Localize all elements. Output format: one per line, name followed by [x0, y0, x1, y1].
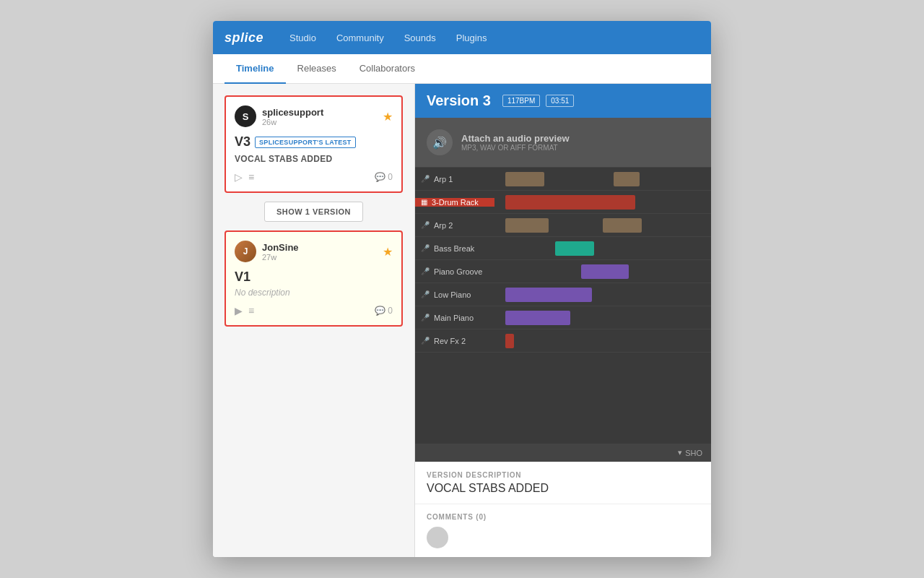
- mic-icon: 🎤: [421, 290, 430, 298]
- star-icon-1: ★: [383, 110, 393, 124]
- left-panel: S splicesupport 26w ★ V3SPLICESUPPORT'S …: [213, 84, 415, 557]
- track-name: 🎤 Low Piano: [415, 290, 494, 299]
- version-desc-2: No description: [235, 288, 393, 298]
- track-block: [505, 288, 592, 302]
- audio-preview: 🔊 Attach an audio preview MP3, WAV OR AI…: [415, 118, 711, 168]
- tab-bar: Timeline Releases Collaborators: [213, 54, 711, 84]
- version-header: Version 3 117BPM 03:51: [415, 84, 711, 118]
- avatar-splicesupport: S: [235, 105, 256, 127]
- bpm-badge: 117BPM: [502, 95, 540, 107]
- comment-count-1: 💬 0: [375, 172, 393, 182]
- username-1: splicesupport: [262, 107, 323, 118]
- version-description-value: VOCAL STABS ADDED: [427, 482, 699, 495]
- duration-badge: 03:51: [546, 95, 574, 107]
- latest-badge: SPLICESUPPORT'S LATEST: [255, 137, 356, 148]
- card-action-left-2: ▶ ≡: [235, 305, 254, 316]
- main-content: S splicesupport 26w ★ V3SPLICESUPPORT'S …: [213, 84, 711, 557]
- card-header-2: J JonSine 27w ★: [235, 241, 393, 262]
- user-info-1: splicesupport 26w: [262, 107, 323, 126]
- track-block: [505, 311, 570, 325]
- audio-preview-subtitle: MP3, WAV OR AIFF FORMAT: [461, 144, 570, 152]
- tab-releases[interactable]: Releases: [286, 54, 348, 84]
- nav-plugins[interactable]: Plugins: [448, 28, 496, 48]
- track-block: [555, 241, 594, 256]
- track-timeline: [494, 260, 711, 282]
- track-timeline: [494, 306, 711, 329]
- track-name: 🎤 Arp 1: [415, 175, 494, 184]
- track-block: [581, 264, 629, 279]
- version-card-1[interactable]: S splicesupport 26w ★ V3SPLICESUPPORT'S …: [225, 95, 403, 193]
- track-row: ▦ 3-Drum Rack: [415, 191, 711, 214]
- track-name: 🎤 Piano Groove: [415, 267, 494, 276]
- drum-icon: ▦: [421, 198, 427, 206]
- version-title: Version 3: [427, 92, 491, 109]
- tab-timeline[interactable]: Timeline: [225, 54, 286, 84]
- track-timeline: [494, 168, 711, 190]
- version-label-1: V3SPLICESUPPORT'S LATEST: [235, 134, 393, 150]
- card-user-1: S splicesupport 26w: [235, 105, 323, 127]
- track-name: 🎤 Arp 2: [415, 221, 494, 230]
- track-row: 🎤 Arp 1: [415, 168, 711, 191]
- time-1: 26w: [262, 118, 323, 126]
- track-row: 🎤 Bass Break: [415, 237, 711, 260]
- tab-collaborators[interactable]: Collaborators: [348, 54, 427, 84]
- play-icon-1[interactable]: ▷: [235, 171, 243, 183]
- mic-icon: 🎤: [421, 267, 430, 275]
- card-actions-1: ▷ ≡ 💬 0: [235, 171, 393, 183]
- track-name: ▦ 3-Drum Rack: [415, 198, 494, 207]
- track-name: 🎤 Bass Break: [415, 244, 494, 253]
- audio-preview-title: Attach an audio preview: [461, 133, 570, 144]
- time-2: 27w: [262, 253, 299, 262]
- version-card-2[interactable]: J JonSine 27w ★ V1 No description ▶ ≡: [225, 230, 403, 327]
- track-timeline: [494, 191, 711, 213]
- comments-label: COMMENTS (0): [427, 513, 699, 521]
- track-row: 🎤 Low Piano: [415, 283, 711, 306]
- speaker-button[interactable]: 🔊: [427, 129, 453, 155]
- show-version-button[interactable]: SHOW 1 VERSION: [264, 202, 363, 222]
- username-2: JonSine: [262, 242, 299, 253]
- card-actions-2: ▶ ≡ 💬 0: [235, 305, 393, 316]
- user-info-2: JonSine 27w: [262, 242, 299, 262]
- track-block: [603, 218, 642, 233]
- track-name: 🎤 Main Piano: [415, 314, 494, 322]
- card-action-left-1: ▷ ≡: [235, 171, 254, 183]
- track-row: 🎤 Arp 2: [415, 214, 711, 237]
- list-icon-1[interactable]: ≡: [248, 171, 254, 183]
- star-icon-2: ★: [383, 245, 393, 259]
- track-block: [505, 195, 635, 210]
- mic-icon: 🎤: [421, 314, 430, 322]
- mic-icon: 🎤: [421, 244, 430, 252]
- track-timeline: [494, 329, 711, 352]
- play-icon-2[interactable]: ▶: [235, 305, 243, 316]
- nav-sounds[interactable]: Sounds: [396, 28, 445, 48]
- track-row: 🎤 Main Piano: [415, 306, 711, 329]
- avatar-jonsine: J: [235, 241, 256, 262]
- track-block: [505, 334, 514, 348]
- show-more-label: SHO: [685, 449, 702, 457]
- comment-input-row: [427, 527, 699, 548]
- card-user-2: J JonSine 27w: [235, 241, 299, 262]
- track-timeline: [494, 237, 711, 259]
- mic-icon: 🎤: [421, 337, 430, 345]
- nav-community[interactable]: Community: [328, 28, 393, 48]
- app-window: splice Studio Community Sounds Plugins T…: [213, 21, 711, 557]
- track-row: 🎤 Rev Fx 2: [415, 329, 711, 353]
- comment-count-2: 💬 0: [375, 306, 393, 316]
- track-row: 🎤 Piano Groove: [415, 260, 711, 283]
- mic-icon: 🎤: [421, 175, 430, 183]
- tracks-area: 🎤 Arp 1▦ 3-Drum Rack🎤 Arp 2🎤 Bass Break🎤…: [415, 168, 711, 444]
- track-timeline: [494, 283, 711, 306]
- track-timeline: [494, 214, 711, 236]
- right-panel: Version 3 117BPM 03:51 🔊 Attach an audio…: [415, 84, 711, 557]
- comments-area: COMMENTS (0): [415, 504, 711, 557]
- nav-studio[interactable]: Studio: [281, 28, 325, 48]
- list-icon-2[interactable]: ≡: [248, 305, 254, 316]
- logo: splice: [225, 30, 263, 46]
- card-header-1: S splicesupport 26w ★: [235, 105, 393, 127]
- version-desc-1: VOCAL STABS ADDED: [235, 154, 393, 164]
- nav-links: Studio Community Sounds Plugins: [281, 28, 495, 48]
- show-more-bar[interactable]: ▾ SHO: [415, 444, 711, 462]
- track-block: [505, 172, 544, 186]
- chevron-down-icon: ▾: [678, 448, 682, 457]
- comment-avatar: [427, 527, 448, 548]
